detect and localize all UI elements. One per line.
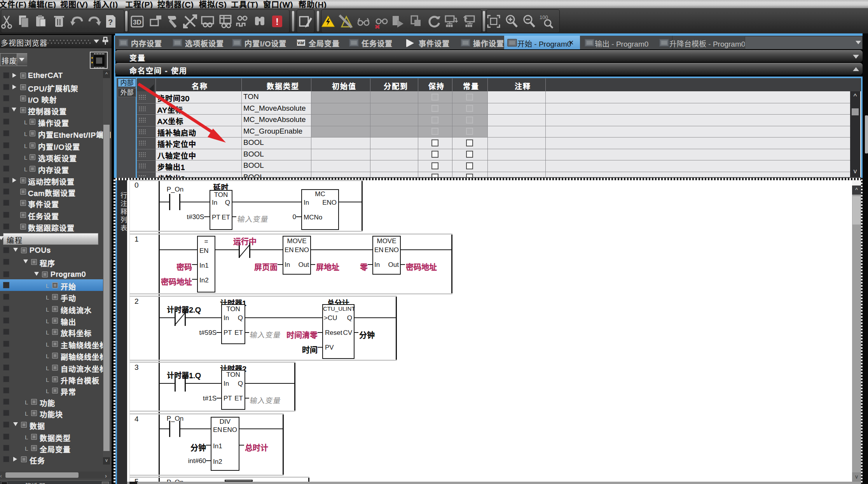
svg-text:?: ?: [108, 18, 113, 26]
svg-text:100: 100: [540, 14, 548, 20]
svg-text:3D: 3D: [133, 19, 141, 26]
svg-text:!: !: [276, 16, 279, 27]
